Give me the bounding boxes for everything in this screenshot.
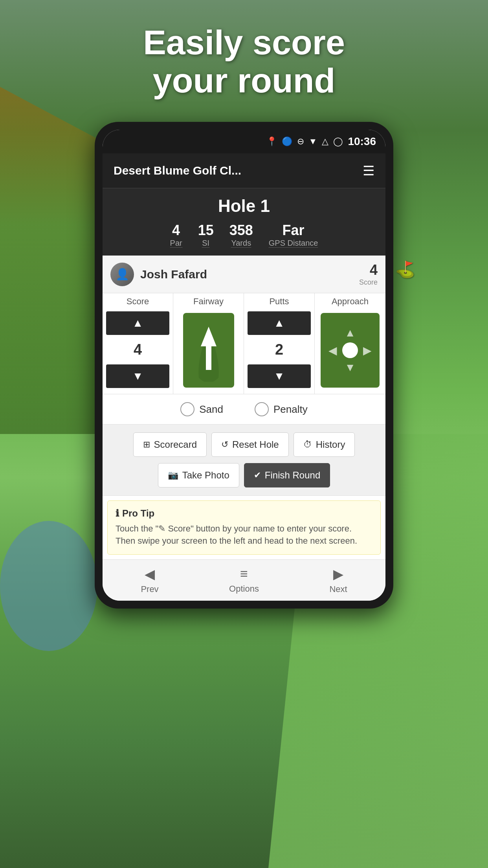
putts-down-button[interactable]: ▼ xyxy=(248,364,311,388)
scorecard-label: Scorecard xyxy=(154,439,197,450)
approach-control[interactable]: ▲ ◀ ▶ ▼ xyxy=(321,313,380,388)
hole-gps: Far GPS Distance xyxy=(269,222,318,248)
prev-label: Prev xyxy=(141,584,158,594)
wifi-icon: ▼ xyxy=(309,136,317,147)
next-icon: ▶ xyxy=(333,566,343,582)
history-label: History xyxy=(316,439,345,450)
finish-round-label: Finish Round xyxy=(265,470,320,481)
take-photo-button[interactable]: 📷 Take Photo xyxy=(158,463,239,487)
phone-device: 📍 🔵 ⊖ ▼ △ ◯ 10:36 Desert Blume Golf Cl..… xyxy=(95,122,393,609)
hole-si-label: SI xyxy=(202,239,209,248)
hero-title: Easily score your round xyxy=(0,24,488,100)
putts-up-button[interactable]: ▲ xyxy=(248,311,311,335)
hole-title: Hole 1 xyxy=(114,196,374,216)
finish-round-button[interactable]: ✔ Finish Round xyxy=(244,463,330,487)
approach-circle xyxy=(342,342,358,358)
penalty-option[interactable]: Penalty xyxy=(255,402,308,416)
action-row-1: ⊞ Scorecard ↺ Reset Hole ⏱ History xyxy=(133,432,355,457)
approach-arrow-n: ▲ xyxy=(345,327,356,339)
sand-checkbox[interactable] xyxy=(180,402,194,416)
scorer-section: 👤 Josh Fafard 4 Score Score ▲ 4 ▼ xyxy=(103,256,385,601)
score-up-button[interactable]: ▲ xyxy=(106,311,169,335)
action-row-2: 📷 Take Photo ✔ Finish Round xyxy=(158,463,330,487)
scorer-name: Josh Fafard xyxy=(140,268,359,281)
status-time: 10:36 xyxy=(348,135,376,148)
options-row: Sand Penalty xyxy=(103,394,385,425)
flag-pin: ⛳ xyxy=(395,260,415,279)
fairway-column: Fairway xyxy=(173,293,244,394)
scorecard-icon: ⊞ xyxy=(143,440,150,450)
score-down-button[interactable]: ▼ xyxy=(106,364,169,388)
hole-par-label: Par xyxy=(170,239,182,248)
putts-value: 2 xyxy=(264,337,295,363)
options-icon: ≡ xyxy=(240,566,248,581)
reset-hole-button[interactable]: ↺ Reset Hole xyxy=(211,432,289,457)
nav-prev[interactable]: ◀ Prev xyxy=(126,566,173,594)
hero-title-line1: Easily score xyxy=(143,23,345,62)
prev-icon: ◀ xyxy=(145,566,155,582)
info-icon: ℹ xyxy=(116,508,119,519)
hole-yards-value: 358 xyxy=(229,222,253,239)
next-label: Next xyxy=(329,584,347,594)
camera-icon: 📷 xyxy=(168,470,178,480)
scorecard-button[interactable]: ⊞ Scorecard xyxy=(133,432,207,457)
hole-par-value: 4 xyxy=(170,222,182,239)
status-bar: 📍 🔵 ⊖ ▼ △ ◯ 10:36 xyxy=(103,130,385,153)
sand-option[interactable]: Sand xyxy=(180,402,223,416)
penalty-checkbox[interactable] xyxy=(255,402,269,416)
hole-gps-value: Far xyxy=(269,222,318,239)
putts-column: Putts ▲ 2 ▼ xyxy=(244,293,315,394)
fairway-control[interactable] xyxy=(183,313,234,388)
sand-label: Sand xyxy=(199,403,223,416)
action-buttons: ⊞ Scorecard ↺ Reset Hole ⏱ History 📷 xyxy=(103,425,385,496)
phone-screen: 📍 🔵 ⊖ ▼ △ ◯ 10:36 Desert Blume Golf Cl..… xyxy=(103,130,385,601)
scorer-score-box: 4 Score xyxy=(359,262,378,287)
bg-water xyxy=(0,521,97,651)
bottom-nav: ◀ Prev ≡ Options ▶ Next xyxy=(103,559,385,601)
hole-gps-label: GPS Distance xyxy=(269,239,318,248)
app-header: Desert Blume Golf Cl... ☰ xyxy=(103,153,385,188)
approach-arrow-s: ▼ xyxy=(345,361,356,374)
menu-icon[interactable]: ☰ xyxy=(363,163,374,178)
history-icon: ⏱ xyxy=(303,440,312,450)
reset-hole-label: Reset Hole xyxy=(232,439,279,450)
approach-label: Approach xyxy=(332,296,369,307)
penalty-label: Penalty xyxy=(273,403,308,416)
history-button[interactable]: ⏱ History xyxy=(294,432,355,457)
take-photo-label: Take Photo xyxy=(182,470,229,481)
scorer-header: 👤 Josh Fafard 4 Score xyxy=(103,256,385,293)
scorer-score-value: 4 xyxy=(359,262,378,278)
score-label: Score xyxy=(127,296,149,307)
pro-tip: ℹ Pro Tip Touch the "✎ Score" button by … xyxy=(107,500,381,555)
dnd-icon: ⊖ xyxy=(297,136,304,147)
hole-yards-label: Yards xyxy=(231,239,251,248)
location-icon: 📍 xyxy=(266,136,277,147)
controls-grid: Score ▲ 4 ▼ Fairway xyxy=(103,293,385,394)
signal-icon: △ xyxy=(322,136,328,147)
fairway-label: Fairway xyxy=(193,296,224,307)
hole-si: 15 SI xyxy=(198,222,214,248)
hole-stats: 4 Par 15 SI 358 Yards Far GPS Distance xyxy=(114,222,374,248)
hole-si-value: 15 xyxy=(198,222,214,239)
nav-next[interactable]: ▶ Next xyxy=(315,566,362,594)
hole-yards: 358 Yards xyxy=(229,222,253,248)
approach-arrow-w: ◀ xyxy=(328,344,337,357)
app-title: Desert Blume Golf Cl... xyxy=(114,164,241,177)
approach-inner: ▲ ◀ ▶ ▼ xyxy=(325,325,375,375)
pro-tip-title: ℹ Pro Tip xyxy=(116,508,372,519)
scorer-score-label: Score xyxy=(359,278,378,286)
bluetooth-icon: 🔵 xyxy=(282,136,292,147)
options-label: Options xyxy=(229,584,259,594)
avatar: 👤 xyxy=(110,263,134,286)
reset-icon: ↺ xyxy=(221,440,228,450)
hero-title-line2: your round xyxy=(153,61,335,100)
fairway-svg xyxy=(195,319,222,382)
checkmark-icon: ✔ xyxy=(254,470,261,480)
score-column: Score ▲ 4 ▼ xyxy=(103,293,173,394)
pro-tip-text: Touch the "✎ Score" button by your name … xyxy=(116,523,372,547)
alarm-icon: ◯ xyxy=(333,136,343,147)
nav-options[interactable]: ≡ Options xyxy=(220,566,268,594)
hole-section: Hole 1 4 Par 15 SI 358 Yards Far GPS Dis… xyxy=(103,188,385,256)
approach-column: Approach ▲ ◀ ▶ ▼ xyxy=(315,293,385,394)
approach-arrow-e: ▶ xyxy=(363,344,372,357)
